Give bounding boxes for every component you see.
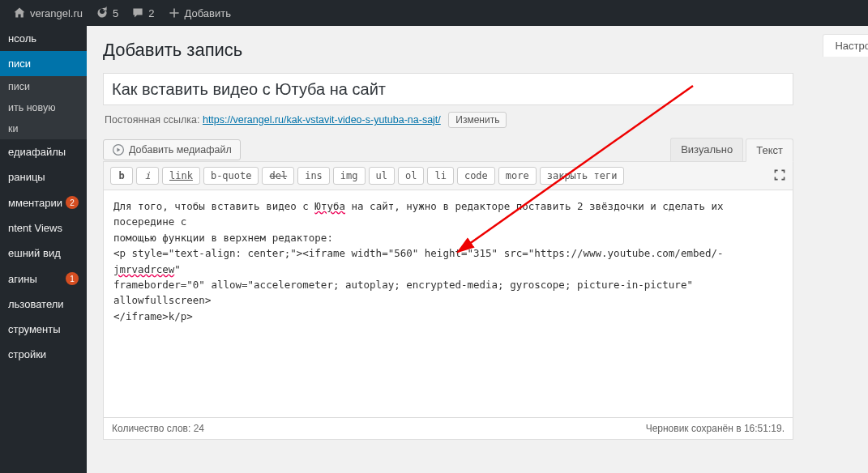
editor-toolbar: b i link b-quote del ins img ul ol li co… <box>103 161 793 190</box>
comment-icon <box>131 6 144 19</box>
sidebar-sub-tags[interactable]: ки <box>0 118 87 139</box>
sidebar-item-console[interactable]: нсоль <box>0 26 87 51</box>
add-media-button[interactable]: Добавить медиафайл <box>103 139 241 160</box>
updates-icon <box>96 6 109 19</box>
add-new-link[interactable]: Добавить <box>161 0 237 26</box>
tab-text[interactable]: Текст <box>746 138 793 162</box>
tool-img[interactable]: img <box>333 167 366 185</box>
main-content: Настро Добавить запись Постоянная ссылка… <box>87 26 868 473</box>
sidebar-item-contentviews[interactable]: ntent Views <box>0 215 87 241</box>
page-title: Добавить запись <box>103 37 868 63</box>
comments-link[interactable]: 2 <box>125 0 160 26</box>
content-textarea[interactable]: Для того, чтобы вставить видео с Ютуба н… <box>104 190 793 417</box>
sidebar-item-settings[interactable]: стройки <box>0 342 87 367</box>
sidebar-item-plugins[interactable]: агины1 <box>0 266 87 292</box>
sidebar-item-users[interactable]: льзователи <box>0 292 87 317</box>
permalink-url[interactable]: https://verangel.ru/kak-vstavit-video-s-… <box>203 114 441 126</box>
admin-topbar: verangel.ru 5 2 Добавить <box>0 0 868 26</box>
fullscreen-icon[interactable] <box>773 168 786 184</box>
sidebar-item-media[interactable]: едиафайлы <box>0 139 87 164</box>
tool-link[interactable]: link <box>162 167 200 185</box>
tab-visual[interactable]: Визуально <box>670 138 743 161</box>
add-label: Добавить <box>185 7 231 19</box>
tool-italic[interactable]: i <box>136 167 159 185</box>
plus-icon <box>168 6 181 19</box>
add-media-label: Добавить медиафайл <box>129 144 232 156</box>
tool-more[interactable]: more <box>498 167 537 185</box>
tool-ins[interactable]: ins <box>297 167 330 185</box>
site-link[interactable]: verangel.ru <box>6 0 89 26</box>
plugins-badge: 1 <box>66 272 79 285</box>
comments-count: 2 <box>148 7 154 19</box>
tool-li[interactable]: li <box>427 167 453 185</box>
screen-options-tab[interactable]: Настро <box>823 34 868 57</box>
updates-link[interactable]: 5 <box>89 0 125 26</box>
draft-saved: Черновик сохранён в 16:51:19. <box>646 423 785 434</box>
tool-ol[interactable]: ol <box>398 167 424 185</box>
updates-count: 5 <box>113 7 118 19</box>
sidebar-item-pages[interactable]: раницы <box>0 164 87 190</box>
tool-del[interactable]: del <box>262 167 294 185</box>
sidebar-item-comments[interactable]: мментарии2 <box>0 190 87 215</box>
sidebar-item-appearance[interactable]: ешний вид <box>0 241 87 266</box>
sidebar-sub-new[interactable]: ить новую <box>0 97 87 118</box>
home-icon <box>13 6 26 19</box>
permalink-row: Постоянная ссылка: https://verangel.ru/k… <box>103 105 793 134</box>
sidebar-item-posts[interactable]: писи <box>0 51 87 76</box>
admin-sidebar: нсоль писи писи ить новую ки едиафайлы р… <box>0 26 87 473</box>
site-name: verangel.ru <box>30 7 83 19</box>
sidebar-sub-all[interactable]: писи <box>0 76 87 97</box>
edit-permalink-button[interactable]: Изменить <box>448 112 507 128</box>
tool-ul[interactable]: ul <box>369 167 395 185</box>
tool-bold[interactable]: b <box>110 167 133 185</box>
tool-bquote[interactable]: b-quote <box>203 167 259 185</box>
permalink-label: Постоянная ссылка: <box>105 114 199 126</box>
media-icon <box>112 143 125 156</box>
sidebar-item-tools[interactable]: струменты <box>0 317 87 342</box>
comments-badge: 2 <box>66 196 79 209</box>
word-count: Количество слов: 24 <box>112 423 204 434</box>
post-title-input[interactable] <box>103 73 793 105</box>
tool-code[interactable]: code <box>457 167 495 185</box>
tool-closetags[interactable]: закрыть теги <box>540 167 625 185</box>
